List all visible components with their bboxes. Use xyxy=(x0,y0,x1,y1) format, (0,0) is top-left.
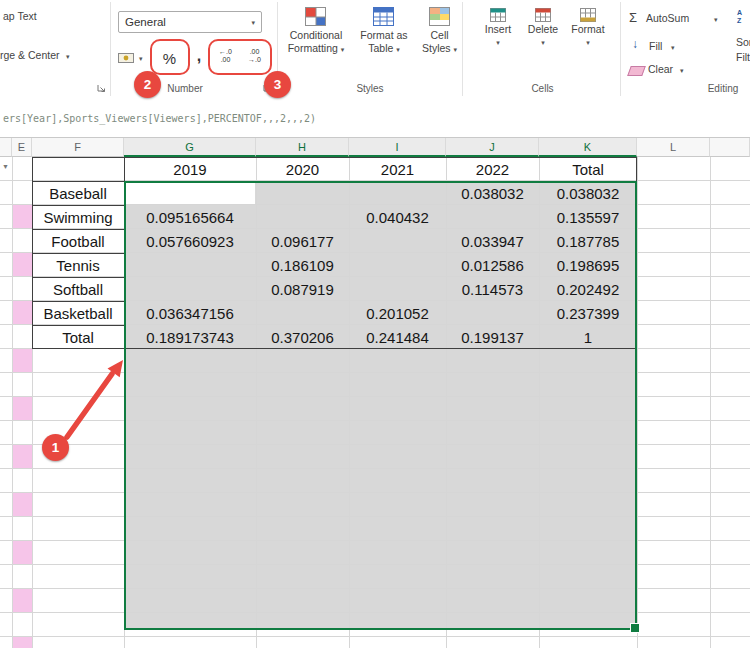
table-cell[interactable] xyxy=(446,301,539,325)
table-cell[interactable]: 0.189173743 xyxy=(124,325,256,349)
column-header-I[interactable]: I xyxy=(349,138,446,157)
row-label-cell[interactable]: Baseball xyxy=(32,181,124,205)
banded-cell[interactable] xyxy=(13,349,32,372)
chevron-down-icon: ▾ xyxy=(139,55,143,62)
table-cell[interactable] xyxy=(349,277,446,301)
row-label-cell[interactable]: Football xyxy=(32,229,124,253)
table-cell[interactable]: 0.202492 xyxy=(539,277,637,301)
table-cell[interactable]: 0.040432 xyxy=(349,205,446,229)
table-cell[interactable] xyxy=(349,181,446,205)
format-as-table-button[interactable]: Format as Table ▾ xyxy=(351,5,417,55)
autosum-button[interactable]: AutoSum xyxy=(646,12,689,25)
table-cell[interactable]: 0.012586 xyxy=(446,253,539,277)
autosum-sigma-icon[interactable]: Σ xyxy=(629,10,637,25)
table-cell[interactable]: 0.199137 xyxy=(446,325,539,349)
table-cell[interactable] xyxy=(446,205,539,229)
chevron-down-icon[interactable]: ▾ xyxy=(680,67,684,74)
banded-cell[interactable] xyxy=(13,205,32,228)
table-cell[interactable] xyxy=(124,181,256,205)
year-header-cell[interactable]: 2019 xyxy=(124,157,256,181)
table-cell[interactable]: 0.114573 xyxy=(446,277,539,301)
chevron-down-icon[interactable]: ▾ xyxy=(66,53,70,60)
table-cell[interactable]: 0.087919 xyxy=(256,277,349,301)
table-cell[interactable]: 0.201052 xyxy=(349,301,446,325)
table-cell[interactable]: 0.057660923 xyxy=(124,229,256,253)
table-cell[interactable]: 0.241484 xyxy=(349,325,446,349)
accounting-format-button[interactable]: ▾ xyxy=(118,45,152,71)
delete-cells-button[interactable]: Delete ▾ xyxy=(523,7,563,46)
format-cells-button[interactable]: Format ▾ xyxy=(567,7,609,46)
table-cell[interactable] xyxy=(256,205,349,229)
table-cell[interactable] xyxy=(256,301,349,325)
comma-style-button[interactable]: , xyxy=(192,43,206,69)
table-cell[interactable]: 0.186109 xyxy=(256,253,349,277)
column-header-G[interactable]: G xyxy=(124,138,256,157)
table-cell[interactable]: 0.370206 xyxy=(256,325,349,349)
merge-center-button[interactable]: rge & Center xyxy=(0,49,60,62)
conditional-formatting-button[interactable]: Conditional Formatting ▾ xyxy=(281,5,351,55)
chevron-down-icon[interactable]: ▾ xyxy=(671,44,675,51)
chevron-down-icon: ▾ xyxy=(251,19,255,26)
formula-text: ers[Year],Sports_Viewers[Viewers],PERCEN… xyxy=(0,113,316,124)
column-header-K[interactable]: K xyxy=(539,138,637,157)
table-cell[interactable]: 0.096177 xyxy=(256,229,349,253)
table-cell[interactable] xyxy=(349,229,446,253)
banded-cell[interactable] xyxy=(13,445,32,468)
column-header-partial[interactable] xyxy=(0,138,12,157)
row-label-cell[interactable]: Basketball xyxy=(32,301,124,325)
column-header-partial[interactable] xyxy=(710,138,750,157)
insert-cells-button[interactable]: Insert ▾ xyxy=(478,7,518,46)
row-label-cell[interactable]: Swimming xyxy=(32,205,124,229)
year-header-cell[interactable]: Total xyxy=(539,157,637,181)
fill-button[interactable]: Fill xyxy=(649,40,662,53)
delete-label: Delete xyxy=(523,23,563,36)
table-cell[interactable] xyxy=(124,277,256,301)
table-cell[interactable]: 0.135597 xyxy=(539,205,637,229)
wrap-text-button[interactable]: ap Text xyxy=(3,10,37,23)
table-cell[interactable]: 0.187785 xyxy=(539,229,637,253)
fill-icon[interactable]: ↓ xyxy=(632,37,638,51)
column-header-L[interactable]: L xyxy=(637,138,710,157)
chevron-down-icon[interactable]: ▾ xyxy=(714,16,718,23)
sort-filter-button[interactable]: Sort & xyxy=(736,36,750,49)
editing-group-label: Editing xyxy=(694,83,750,94)
group-separator xyxy=(110,2,111,96)
column-header-H[interactable]: H xyxy=(256,138,349,157)
filter-dropdown-icon[interactable]: ▼ xyxy=(2,163,9,170)
column-header-J[interactable]: J xyxy=(446,138,539,157)
table-cell[interactable]: 0.036347156 xyxy=(124,301,256,325)
formula-bar[interactable]: ers[Year],Sports_Viewers[Viewers],PERCEN… xyxy=(0,99,750,138)
banded-cell[interactable] xyxy=(13,541,32,564)
banded-cell[interactable] xyxy=(13,397,32,420)
table-cell[interactable]: 0.038032 xyxy=(539,181,637,205)
banded-cell[interactable] xyxy=(13,637,32,648)
table-cell[interactable]: 0.095165664 xyxy=(124,205,256,229)
cell-styles-button[interactable]: Cell Styles ▾ xyxy=(412,5,467,55)
column-header-E[interactable]: E xyxy=(12,138,32,157)
table-cell[interactable]: 0.237399 xyxy=(539,301,637,325)
table-cell[interactable]: 0.033947 xyxy=(446,229,539,253)
banded-cell[interactable] xyxy=(13,253,32,276)
fill-handle[interactable] xyxy=(630,623,640,633)
eraser-icon[interactable] xyxy=(627,66,646,76)
table-cell[interactable]: 0.198695 xyxy=(539,253,637,277)
table-cell[interactable] xyxy=(349,253,446,277)
year-header-cell[interactable]: 2021 xyxy=(349,157,446,181)
table-cell[interactable] xyxy=(256,181,349,205)
sort-filter-icon[interactable]: A Z xyxy=(737,9,750,25)
banded-cell[interactable] xyxy=(13,493,32,516)
column-header-F[interactable]: F xyxy=(32,138,124,157)
row-label-cell[interactable]: Tennis xyxy=(32,253,124,277)
table-cell[interactable]: 1 xyxy=(539,325,637,349)
banded-cell[interactable] xyxy=(13,301,32,324)
table-cell[interactable] xyxy=(124,253,256,277)
banded-cell[interactable] xyxy=(13,589,32,612)
row-label-cell[interactable]: Softball xyxy=(32,277,124,301)
year-header-cell[interactable]: 2020 xyxy=(256,157,349,181)
alignment-dialog-launcher-icon[interactable] xyxy=(97,84,106,93)
table-cell[interactable]: 0.038032 xyxy=(446,181,539,205)
number-format-dropdown[interactable]: General ▾ xyxy=(118,11,262,33)
clear-button[interactable]: Clear xyxy=(648,63,673,76)
row-label-cell[interactable]: Total xyxy=(32,325,124,349)
year-header-cell[interactable]: 2022 xyxy=(446,157,539,181)
